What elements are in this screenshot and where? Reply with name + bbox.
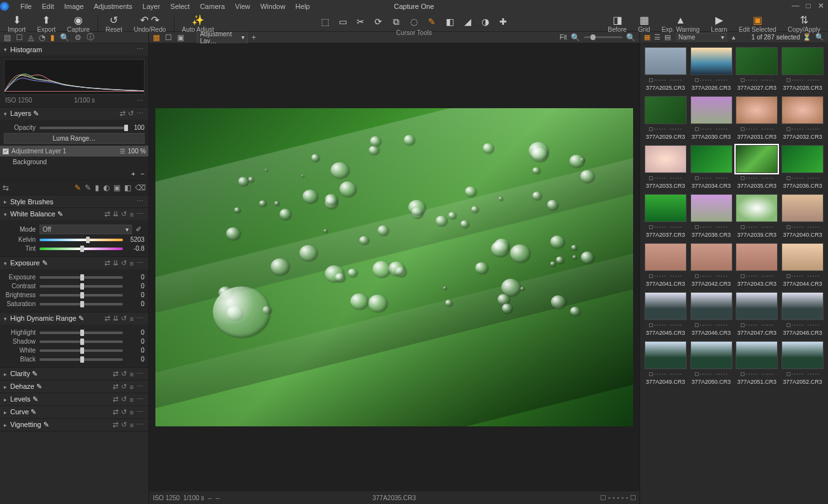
wb-preset-icon[interactable]: ≡ (129, 211, 133, 218)
more-icon[interactable]: ⋯ (136, 45, 143, 53)
rating-row[interactable] (649, 321, 682, 329)
thumbnail[interactable]: 377A2046.CR3 (690, 292, 733, 336)
preset-icon[interactable]: ≡ (129, 370, 133, 378)
layer-mask-icon[interactable]: ☰ (120, 148, 125, 155)
rating-row[interactable] (741, 125, 773, 133)
more-icon[interactable]: ⋯ (136, 370, 143, 378)
fill-mask-icon[interactable]: ▣ (113, 183, 120, 192)
maximize-button[interactable]: □ (804, 1, 813, 10)
thumbnail[interactable]: 377A2030.CR3 (690, 96, 733, 140)
thumbnail[interactable]: 377A2042.CR3 (690, 243, 733, 287)
metadata-tab-icon[interactable]: ⓘ (87, 32, 94, 43)
reset-button[interactable]: ↺Reset (103, 15, 125, 33)
thumbnail-image[interactable] (736, 292, 778, 320)
thumbnail-image[interactable] (690, 341, 732, 369)
rating-row[interactable] (649, 174, 682, 182)
invert-mask-icon[interactable]: ◧ (124, 183, 131, 192)
wb-apply-icon[interactable]: ⇊ (113, 210, 118, 218)
hdr-header[interactable]: ▾High Dynamic Range ✎ ⇄ ⇊ ↺ ≡ ⋯ (0, 312, 148, 325)
tint-slider[interactable] (39, 248, 123, 250)
slider-value[interactable]: 0 (127, 300, 145, 307)
exp-apply-icon[interactable]: ⇊ (113, 259, 118, 267)
shadow-slider[interactable] (39, 340, 123, 343)
reset-icon[interactable]: ↺ (121, 421, 127, 429)
library-tab-icon[interactable]: ▤ (4, 33, 11, 42)
thumbnail[interactable]: 377A2034.CR3 (690, 145, 733, 189)
thumbnail[interactable]: 377A2025.CR3 (644, 47, 687, 91)
more-icon[interactable]: ⋯ (136, 421, 143, 429)
more-icon[interactable]: ⋯ (136, 259, 143, 267)
menu-select[interactable]: Select (165, 1, 195, 11)
layer-row[interactable]: Background (0, 157, 148, 167)
thumbnail[interactable]: 377A2026.CR3 (690, 47, 733, 91)
gradient-tool-icon[interactable]: ◢ (461, 15, 474, 28)
thumbnail[interactable]: 377A2052.CR3 (781, 341, 824, 385)
thumbnail[interactable]: 377A2028.CR3 (781, 47, 824, 91)
exposure-header[interactable]: ▾Exposure ✎ ⇄ ⇊ ↺ ≡ ⋯ (0, 257, 148, 269)
exposure-tab-icon[interactable]: ▮ (50, 33, 55, 42)
rating-row[interactable] (649, 370, 682, 378)
kelvin-slider[interactable] (39, 239, 123, 241)
hdr-reset-icon[interactable]: ↺ (121, 314, 127, 323)
vignetting-header[interactable]: ▸Vignetting ✎⇄↺≡⋯ (0, 419, 148, 431)
thumbnail[interactable]: 377A2036.CR3 (781, 145, 824, 189)
copy-icon[interactable]: ⇄ (113, 370, 118, 378)
thumbnail[interactable]: 377A2038.CR3 (690, 194, 733, 238)
clarity-header[interactable]: ▸Clarity ✎⇄↺≡⋯ (0, 368, 148, 380)
thumbnail-image[interactable] (782, 243, 824, 271)
thumbnail[interactable]: 377A2045.CR3 (644, 292, 687, 336)
rotate-tool-icon[interactable]: ⟳ (372, 15, 385, 28)
learn-button[interactable]: ▶Learn (708, 15, 730, 33)
rating-row[interactable] (741, 272, 773, 280)
radial-mask-icon[interactable]: ◐ (103, 183, 110, 192)
slider-value[interactable]: 0 (127, 329, 145, 336)
erase-mask-icon[interactable]: ✎ (85, 183, 91, 192)
rating-row[interactable] (695, 174, 727, 182)
menu-window[interactable]: Window (255, 1, 290, 11)
menu-adjustments[interactable]: Adjustments (89, 1, 138, 11)
rating-row[interactable] (787, 174, 819, 182)
thumbnail-image[interactable] (736, 145, 778, 173)
layers-reset-icon[interactable]: ↺ (128, 109, 134, 118)
wb-copy-icon[interactable]: ⇄ (104, 210, 110, 218)
more-icon[interactable]: ⋯ (136, 382, 143, 391)
thumbnail-image[interactable] (690, 145, 732, 173)
thumbnail-image[interactable] (736, 341, 778, 369)
opacity-slider[interactable] (39, 127, 128, 129)
white-balance-header[interactable]: ▾White Balance ✎ ⇄ ⇊ ↺ ≡ ⋯ (0, 208, 148, 220)
black-slider[interactable] (39, 358, 123, 361)
color-tab-icon[interactable]: ◔ (39, 33, 45, 42)
rating-row[interactable] (649, 272, 682, 280)
thumbnail-image[interactable] (782, 96, 824, 124)
reset-icon[interactable]: ↺ (121, 370, 127, 378)
clear-mask-icon[interactable]: ⌫ (135, 183, 146, 192)
histo-more-icon[interactable]: ⋯ (137, 97, 143, 104)
exposure-warning-button[interactable]: ▲Exp. Warning (659, 15, 703, 33)
thumbnail-image[interactable] (645, 292, 687, 320)
thumbnail-image[interactable] (690, 243, 732, 271)
rating-row[interactable] (787, 76, 819, 84)
rating-row[interactable] (741, 370, 773, 378)
rating-row[interactable] (741, 174, 773, 182)
layers-header[interactable]: ▾Layers ✎ ⇄ ↺ ⋯ (0, 108, 148, 120)
exp-preset-icon[interactable]: ≡ (129, 260, 133, 267)
thumbnail[interactable]: 377A2031.CR3 (735, 96, 778, 140)
preset-icon[interactable]: ≡ (129, 383, 133, 391)
thumbnail-image[interactable] (782, 292, 824, 320)
adjust-tab-icon[interactable]: ⚙ (75, 33, 82, 42)
add-layer-icon[interactable]: + (131, 170, 135, 178)
rating-row[interactable] (649, 223, 682, 231)
linear-mask-icon[interactable]: ▮ (95, 183, 99, 192)
thumbnail-image[interactable] (736, 194, 778, 222)
reset-icon[interactable]: ↺ (121, 408, 127, 416)
slider-value[interactable]: 0 (127, 283, 145, 290)
menu-image[interactable]: Image (59, 1, 89, 11)
rating-row[interactable] (695, 76, 727, 84)
brightness-slider[interactable] (39, 294, 123, 297)
browser-grid-icon[interactable]: ▦ (643, 33, 652, 41)
color-tag[interactable] (601, 495, 606, 500)
thumbnail-image[interactable] (690, 194, 732, 222)
thumbnail[interactable]: 377A2040.CR3 (781, 194, 824, 238)
search-icon[interactable]: 🔍 (625, 33, 637, 42)
hdr-apply-icon[interactable]: ⇊ (113, 314, 118, 323)
